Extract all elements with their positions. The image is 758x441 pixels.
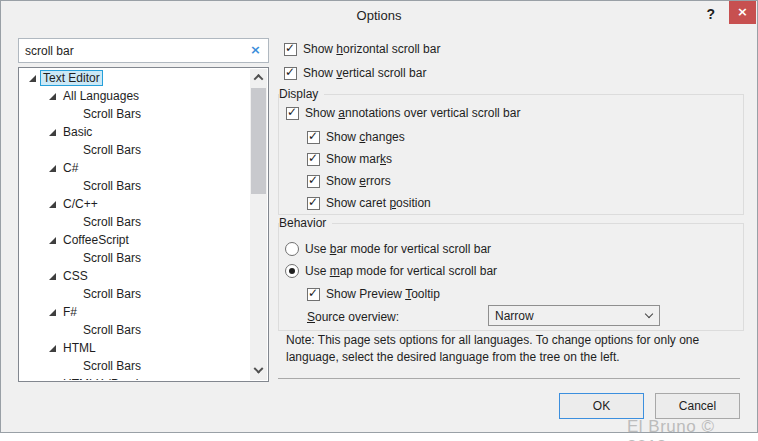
tree-item[interactable]: Scroll Bars [20,177,250,195]
tree-scrollbar[interactable] [250,69,267,380]
tree-item-label: Text Editor [40,70,103,86]
radio-dot [289,268,295,274]
map-mode-option[interactable]: Use map mode for vertical scroll bar [285,263,497,279]
expanded-triangle-icon [49,129,56,136]
tree-item-label: CoffeeScript [60,232,132,248]
tree-item-label: Scroll Bars [80,178,144,194]
option-label: Show vertical scroll bar [303,66,426,80]
tree-item-label: Scroll Bars [80,214,144,230]
tree-item[interactable]: Scroll Bars [20,213,250,231]
checkbox[interactable]: ✓ [307,197,320,210]
scroll-down-button[interactable] [250,363,267,380]
tree-item-label: C# [60,160,81,176]
tree-item-label: All Languages [60,88,142,104]
tree-item[interactable]: All Languages [20,87,250,105]
checkbox[interactable]: ✓ [284,43,297,56]
checkbox[interactable]: ✓ [307,175,320,188]
expander-icon[interactable] [44,345,60,352]
scroll-up-button[interactable] [250,69,267,86]
tree-item[interactable]: C# [20,159,250,177]
behavior-group-label: Behavior [279,216,332,230]
tree-item[interactable]: Scroll Bars [20,141,250,159]
expander-icon[interactable] [24,75,40,82]
expanded-triangle-icon [49,345,56,352]
show-errors-option[interactable]: ✓ Show errors [307,173,391,189]
expander-icon[interactable] [44,273,60,280]
search-box: × [18,38,269,63]
scrollbar-thumb[interactable] [251,88,266,194]
checkbox[interactable]: ✓ [284,67,297,80]
tree-item[interactable]: F# [20,303,250,321]
note-text: Note: This page sets options for all lan… [286,332,742,366]
checkbox[interactable]: ✓ [307,153,320,166]
display-group: Display ✓ Show annotations over vertical… [278,94,744,215]
tree-item-label: HTMLX (Previ [60,376,141,380]
tree-item[interactable]: Scroll Bars [20,321,250,339]
check-icon: ✓ [287,105,297,119]
tree-item[interactable]: Scroll Bars [20,249,250,267]
help-button[interactable]: ? [706,6,715,22]
tree-item-label: Scroll Bars [80,322,144,338]
show-preview-tooltip-option[interactable]: ✓ Show Preview Tooltip [307,286,440,302]
checkbox[interactable]: ✓ [307,288,320,301]
expander-icon[interactable] [44,165,60,172]
expanded-triangle-icon [49,165,56,172]
expander-icon[interactable] [44,201,60,208]
radio-dot [289,246,295,252]
close-icon: × [737,4,748,19]
radio-button[interactable] [285,242,299,256]
tree-item[interactable]: Basic [20,123,250,141]
cancel-button[interactable]: Cancel [655,393,740,419]
dialog-title: Options [1,8,757,23]
expander-icon[interactable] [44,93,60,100]
tree-item[interactable]: Scroll Bars [20,285,250,303]
search-input[interactable] [25,42,237,59]
expander-icon[interactable] [44,129,60,136]
source-overview-dropdown[interactable]: Narrow [488,305,660,326]
option-label: Show annotations over vertical scroll ba… [305,106,520,120]
close-button[interactable]: × [729,1,756,24]
screenshot-canvas: Options ? × × Text EditorAll LanguagesSc… [0,0,758,441]
tree-item[interactable]: CoffeeScript [20,231,250,249]
tree-item[interactable]: HTML [20,339,250,357]
ok-button[interactable]: OK [559,393,644,419]
expanded-triangle-icon [49,273,56,280]
tree-item[interactable]: HTMLX (Previ [20,375,250,380]
show-caret-position-option[interactable]: ✓ Show caret position [307,195,431,211]
dropdown-value: Narrow [495,309,534,323]
tree-item-label: CSS [60,268,91,284]
option-label: Show caret position [326,196,431,210]
clear-search-icon[interactable]: × [250,42,261,57]
tree-item-label: Scroll Bars [80,286,144,302]
watermark: El Bruno © 2013 [627,417,758,441]
tree-item-label: Scroll Bars [80,250,144,266]
expanded-triangle-icon [49,93,56,100]
option-label: Use bar mode for vertical scroll bar [305,242,491,256]
tree-item[interactable]: Scroll Bars [20,105,250,123]
show-vertical-scrollbar-option[interactable]: ✓ Show vertical scroll bar [284,65,426,81]
tree-item[interactable]: Scroll Bars [20,357,250,375]
language-tree-rows: Text EditorAll LanguagesScroll BarsBasic… [20,69,250,380]
checkbox[interactable]: ✓ [307,131,320,144]
tree-item-label: C/C++ [60,196,101,212]
tree-item[interactable]: C/C++ [20,195,250,213]
show-marks-option[interactable]: ✓ Show marks [307,151,392,167]
behavior-group: Behavior Use bar mode for vertical scrol… [278,223,744,331]
tree-item[interactable]: Text Editor [20,69,250,87]
expanded-triangle-icon [49,309,56,316]
radio-button-selected[interactable] [285,264,299,278]
option-label: Show Preview Tooltip [326,287,440,301]
expanded-triangle-icon [29,75,36,82]
show-horizontal-scrollbar-option[interactable]: ✓ Show horizontal scroll bar [284,41,440,57]
tree-item-label: F# [60,304,80,320]
show-changes-option[interactable]: ✓ Show changes [307,129,405,145]
bar-mode-option[interactable]: Use bar mode for vertical scroll bar [285,241,491,257]
tree-item[interactable]: CSS [20,267,250,285]
show-annotations-option[interactable]: ✓ Show annotations over vertical scroll … [286,105,520,121]
checkbox[interactable]: ✓ [286,107,299,120]
option-label: Use map mode for vertical scroll bar [305,264,497,278]
title-bar[interactable]: Options ? × [1,1,757,31]
expander-icon[interactable] [44,309,60,316]
option-label: Show changes [326,130,405,144]
expander-icon[interactable] [44,237,60,244]
